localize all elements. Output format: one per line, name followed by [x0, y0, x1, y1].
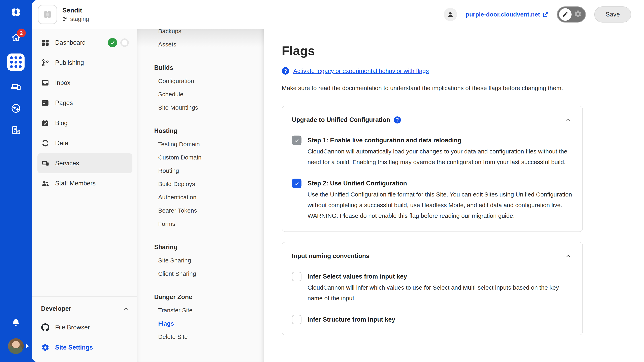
dashboard-icon	[41, 38, 50, 47]
nav-item-file-browser[interactable]: File Browser	[38, 317, 132, 338]
nav-item-dashboard[interactable]: Dashboard	[38, 32, 132, 53]
flag-description: Use the Unified Configuration file forma…	[308, 189, 573, 221]
help-icon: ?	[282, 67, 289, 75]
save-button[interactable]: Save	[594, 6, 631, 22]
collapse-card-button[interactable]	[564, 115, 573, 124]
chevron-up-icon	[565, 117, 572, 123]
settings-item-schedule[interactable]: Schedule	[137, 88, 264, 101]
check-icon	[294, 181, 300, 186]
flags-docs-link[interactable]: Activate legacy or experimental behavior…	[293, 67, 429, 74]
build-pending-icon	[120, 38, 129, 47]
flag-row: Infer Select values from input key Cloud…	[292, 272, 573, 304]
flag-row: Infer Structure from input key	[292, 315, 573, 324]
devices-icon[interactable]	[10, 81, 22, 92]
blog-calendar-icon	[41, 119, 50, 127]
cloudcannon-logo	[10, 6, 22, 18]
services-devices-icon	[41, 159, 50, 168]
bell-icon[interactable]	[10, 317, 22, 329]
chevron-up-icon	[565, 253, 572, 259]
branch-icon	[62, 16, 68, 22]
settings-item-site-sharing[interactable]: Site Sharing	[137, 254, 264, 267]
settings-item-forms[interactable]: Forms	[137, 217, 264, 231]
data-sync-icon	[41, 139, 50, 147]
nav-item-data[interactable]: Data	[38, 133, 132, 153]
flag-description: CloudCannon will automatically load your…	[308, 146, 573, 167]
primary-nav: Dashboard Publishing In	[32, 29, 137, 362]
apps-grid-icon[interactable]	[7, 53, 24, 71]
settings-item-testing-domain[interactable]: Testing Domain	[137, 138, 264, 151]
settings-item-delete-site[interactable]: Delete Site	[137, 330, 264, 344]
settings-item-configuration[interactable]: Configuration	[137, 74, 264, 88]
nav-item-blog[interactable]: Blog	[38, 113, 132, 133]
settings-group-hosting: Hosting	[137, 124, 264, 138]
nav-item-services[interactable]: Services	[38, 153, 132, 173]
chevron-up-icon	[123, 306, 129, 312]
flag-label: Infer Select values from input key	[308, 272, 573, 281]
settings-item-bearer-tokens[interactable]: Bearer Tokens	[137, 204, 264, 217]
settings-item-site-mountings[interactable]: Site Mountings	[137, 101, 264, 114]
site-logo	[38, 5, 57, 24]
help-icon[interactable]: ?	[394, 116, 401, 123]
flag-description: CloudCannon will infer which values to u…	[308, 282, 573, 304]
notification-badge: 2	[17, 28, 26, 37]
card-title: Upgrade to Unified Configuration	[292, 116, 390, 123]
nav-item-inbox[interactable]: Inbox	[38, 73, 132, 93]
developer-section-toggle[interactable]: Developer	[38, 300, 132, 317]
settings-item-routing[interactable]: Routing	[137, 164, 264, 177]
topbar: Sendit staging purple-door.cloudvent.net	[32, 0, 644, 29]
checkbox-step2-unified-config[interactable]	[292, 179, 302, 188]
flag-label: Step 1: Enable live configuration and da…	[308, 136, 573, 145]
flag-label: Infer Structure from input key	[308, 315, 573, 324]
home-icon[interactable]: 2	[10, 32, 22, 43]
card-header: Input naming conventions	[292, 252, 573, 260]
organization-settings-icon[interactable]	[10, 124, 22, 136]
settings-item-client-sharing[interactable]: Client Sharing	[137, 267, 264, 280]
pages-icon	[41, 99, 50, 107]
nav-item-site-settings[interactable]: Site Settings	[38, 338, 132, 358]
check-icon	[294, 138, 300, 143]
flag-label: Step 2: Use Unified Configuration	[308, 179, 573, 188]
page-title: Flags	[282, 43, 644, 58]
settings-item-flags[interactable]: Flags	[137, 317, 264, 330]
pencil-icon	[562, 11, 568, 18]
collapse-card-button[interactable]	[564, 252, 573, 260]
site-name: Sendit	[62, 7, 89, 14]
settings-item-assets[interactable]: Assets	[137, 38, 264, 51]
preview-url-link[interactable]: purple-door.cloudvent.net	[466, 11, 548, 18]
checkbox-step1-live-config[interactable]	[292, 136, 302, 145]
developer-section: Developer File Browser Site Settings	[32, 297, 137, 362]
flag-row: Step 1: Enable live configuration and da…	[292, 136, 573, 167]
checkbox-infer-structure[interactable]	[292, 315, 302, 324]
nav-item-publishing[interactable]: Publishing	[38, 53, 132, 73]
gear-icon	[41, 343, 50, 352]
settings-group-builds: Builds	[137, 61, 264, 74]
settings-item-transfer-site[interactable]: Transfer Site	[137, 304, 264, 317]
settings-item-build-deploys[interactable]: Build Deploys	[137, 177, 264, 191]
settings-group-danger-zone: Danger Zone	[137, 290, 264, 304]
account-button[interactable]	[444, 8, 457, 21]
edit-mode-knob	[559, 8, 572, 21]
inbox-icon	[41, 79, 50, 87]
intro-text: Make sure to read the documentation to u…	[282, 83, 578, 93]
checkbox-infer-select-values[interactable]	[292, 272, 302, 281]
app-surface: Sendit staging purple-door.cloudvent.net	[32, 0, 644, 362]
external-link-icon	[543, 12, 548, 17]
person-icon	[447, 11, 454, 18]
expand-rail-arrow-icon[interactable]	[26, 344, 29, 349]
nav-item-staff-members[interactable]: Staff Members	[38, 173, 132, 193]
edit-settings-mode-toggle[interactable]	[557, 6, 586, 22]
card-header: Upgrade to Unified Configuration ?	[292, 115, 573, 124]
settings-item-authentication[interactable]: Authentication	[137, 191, 264, 204]
settings-nav: Backups Assets Builds Configuration Sche…	[137, 29, 264, 362]
settings-item-custom-domain[interactable]: Custom Domain	[137, 151, 264, 164]
main-content: Flags ? Activate legacy or experimental …	[264, 29, 644, 362]
flag-row: Step 2: Use Unified Configuration Use th…	[292, 179, 573, 221]
settings-item-backups[interactable]: Backups	[137, 29, 264, 38]
card-input-naming-conventions: Input naming conventions Infer Select va…	[282, 242, 583, 335]
settings-group-sharing: Sharing	[137, 241, 264, 254]
site-card[interactable]: Sendit staging	[38, 5, 89, 24]
globe-icon[interactable]	[10, 103, 22, 114]
nav-item-pages[interactable]: Pages	[38, 93, 132, 113]
publishing-branch-icon	[41, 58, 50, 67]
user-avatar[interactable]	[8, 338, 24, 354]
